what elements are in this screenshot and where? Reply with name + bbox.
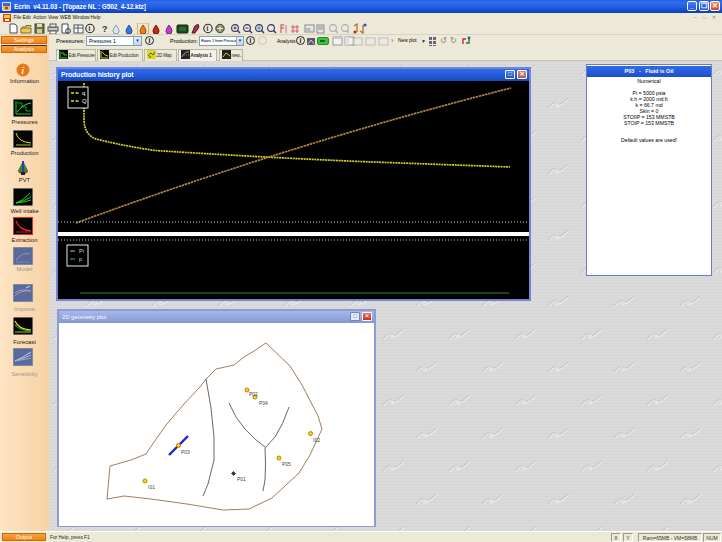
svg-text:I02: I02 xyxy=(313,437,320,443)
svg-text:Pi: Pi xyxy=(79,248,84,254)
svg-text:P05: P05 xyxy=(282,461,291,467)
svg-text:q: q xyxy=(82,90,85,96)
svg-text:i: i xyxy=(207,25,209,32)
svg-text:P03: P03 xyxy=(181,449,190,455)
svg-text:m: m xyxy=(306,26,311,32)
svg-text:p: p xyxy=(79,256,82,262)
svg-text:P04: P04 xyxy=(259,400,268,406)
svg-text:I01: I01 xyxy=(148,484,155,490)
svg-text:Q: Q xyxy=(82,98,87,104)
svg-text:i: i xyxy=(89,25,91,32)
svg-text:?: ? xyxy=(102,24,108,34)
svg-text:P01: P01 xyxy=(237,476,246,482)
svg-text:P02: P02 xyxy=(249,391,258,397)
